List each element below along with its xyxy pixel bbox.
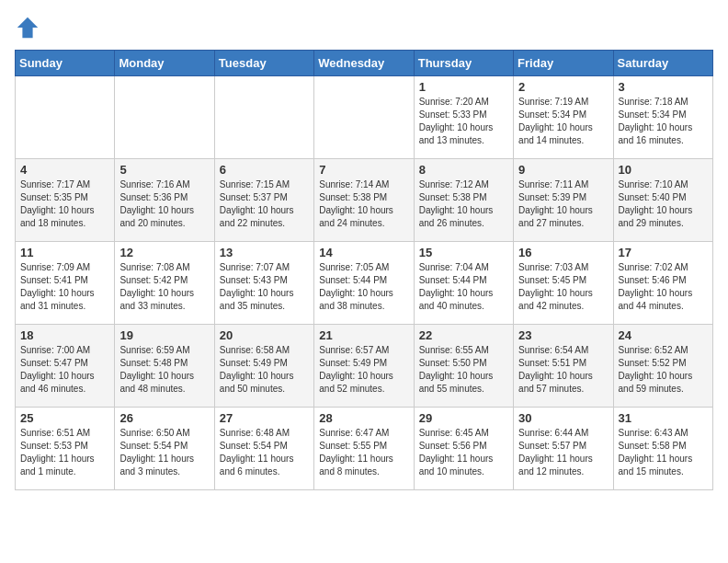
day-header-thursday: Thursday — [414, 51, 513, 76]
day-number: 9 — [518, 163, 608, 177]
week-row-3: 11Sunrise: 7:09 AM Sunset: 5:41 PM Dayli… — [16, 242, 713, 325]
day-info: Sunrise: 7:17 AM Sunset: 5:35 PM Dayligh… — [20, 178, 109, 230]
calendar-cell: 20Sunrise: 6:58 AM Sunset: 5:49 PM Dayli… — [214, 325, 313, 408]
calendar-cell: 15Sunrise: 7:04 AM Sunset: 5:44 PM Dayli… — [414, 242, 513, 325]
day-info: Sunrise: 6:48 AM Sunset: 5:54 PM Dayligh… — [220, 427, 309, 478]
day-number: 23 — [518, 328, 608, 342]
day-number: 13 — [220, 246, 309, 259]
day-number: 17 — [619, 246, 708, 259]
day-number: 14 — [319, 246, 408, 259]
day-info: Sunrise: 7:02 AM Sunset: 5:46 PM Dayligh… — [619, 261, 708, 313]
day-info: Sunrise: 7:15 AM Sunset: 5:37 PM Dayligh… — [220, 178, 309, 230]
day-number: 31 — [619, 411, 708, 425]
calendar-cell: 28Sunrise: 6:47 AM Sunset: 5:55 PM Dayli… — [314, 408, 414, 490]
day-number: 25 — [20, 411, 109, 425]
day-info: Sunrise: 7:16 AM Sunset: 5:36 PM Dayligh… — [119, 178, 209, 230]
week-row-2: 4Sunrise: 7:17 AM Sunset: 5:35 PM Daylig… — [16, 159, 713, 242]
week-row-4: 18Sunrise: 7:00 AM Sunset: 5:47 PM Dayli… — [16, 325, 713, 408]
day-number: 4 — [20, 163, 109, 177]
day-number: 3 — [619, 80, 708, 94]
day-info: Sunrise: 6:44 AM Sunset: 5:57 PM Dayligh… — [518, 427, 608, 478]
day-number: 21 — [319, 328, 408, 342]
day-info: Sunrise: 7:05 AM Sunset: 5:44 PM Dayligh… — [319, 261, 408, 313]
calendar-cell — [214, 76, 313, 159]
calendar-cell: 9Sunrise: 7:11 AM Sunset: 5:39 PM Daylig… — [514, 159, 613, 242]
calendar-cell: 5Sunrise: 7:16 AM Sunset: 5:36 PM Daylig… — [115, 159, 214, 242]
day-number: 22 — [419, 328, 508, 342]
day-info: Sunrise: 7:04 AM Sunset: 5:44 PM Dayligh… — [419, 261, 508, 313]
day-info: Sunrise: 6:50 AM Sunset: 5:54 PM Dayligh… — [119, 427, 209, 478]
calendar-cell: 18Sunrise: 7:00 AM Sunset: 5:47 PM Dayli… — [16, 325, 115, 408]
day-number: 1 — [419, 80, 508, 94]
week-row-1: 1Sunrise: 7:20 AM Sunset: 5:33 PM Daylig… — [16, 76, 713, 159]
day-number: 8 — [419, 163, 508, 177]
day-number: 26 — [119, 411, 209, 425]
calendar-cell: 30Sunrise: 6:44 AM Sunset: 5:57 PM Dayli… — [514, 408, 613, 490]
calendar-cell: 8Sunrise: 7:12 AM Sunset: 5:38 PM Daylig… — [414, 159, 513, 242]
day-number: 28 — [319, 411, 408, 425]
day-info: Sunrise: 7:00 AM Sunset: 5:47 PM Dayligh… — [20, 344, 109, 396]
calendar-cell: 14Sunrise: 7:05 AM Sunset: 5:44 PM Dayli… — [314, 242, 414, 325]
calendar-cell — [16, 76, 115, 159]
day-number: 20 — [220, 328, 309, 342]
calendar-cell — [314, 76, 414, 159]
day-number: 6 — [220, 163, 309, 177]
day-info: Sunrise: 7:09 AM Sunset: 5:41 PM Dayligh… — [20, 261, 109, 313]
calendar-cell: 19Sunrise: 6:59 AM Sunset: 5:48 PM Dayli… — [115, 325, 214, 408]
calendar-cell: 1Sunrise: 7:20 AM Sunset: 5:33 PM Daylig… — [414, 76, 513, 159]
day-number: 29 — [419, 411, 508, 425]
calendar-cell — [115, 76, 214, 159]
day-number: 11 — [20, 246, 109, 259]
day-header-saturday: Saturday — [613, 51, 712, 76]
header-row: SundayMondayTuesdayWednesdayThursdayFrid… — [16, 51, 713, 76]
calendar-cell: 17Sunrise: 7:02 AM Sunset: 5:46 PM Dayli… — [613, 242, 712, 325]
day-number: 2 — [518, 80, 608, 94]
calendar-cell: 31Sunrise: 6:43 AM Sunset: 5:58 PM Dayli… — [613, 408, 712, 490]
calendar-cell: 11Sunrise: 7:09 AM Sunset: 5:41 PM Dayli… — [16, 242, 115, 325]
logo-icon — [15, 15, 40, 40]
day-number: 30 — [518, 411, 608, 425]
day-info: Sunrise: 6:43 AM Sunset: 5:58 PM Dayligh… — [619, 427, 708, 478]
day-info: Sunrise: 7:08 AM Sunset: 5:42 PM Dayligh… — [119, 261, 209, 313]
day-number: 7 — [319, 163, 408, 177]
day-info: Sunrise: 7:18 AM Sunset: 5:34 PM Dayligh… — [619, 96, 708, 147]
day-info: Sunrise: 6:45 AM Sunset: 5:56 PM Dayligh… — [419, 427, 508, 478]
day-info: Sunrise: 7:10 AM Sunset: 5:40 PM Dayligh… — [619, 178, 708, 230]
day-header-monday: Monday — [115, 51, 214, 76]
week-row-5: 25Sunrise: 6:51 AM Sunset: 5:53 PM Dayli… — [16, 408, 713, 490]
calendar-cell: 24Sunrise: 6:52 AM Sunset: 5:52 PM Dayli… — [613, 325, 712, 408]
calendar-cell: 29Sunrise: 6:45 AM Sunset: 5:56 PM Dayli… — [414, 408, 513, 490]
logo — [15, 15, 44, 40]
calendar-cell: 2Sunrise: 7:19 AM Sunset: 5:34 PM Daylig… — [514, 76, 613, 159]
calendar-cell: 13Sunrise: 7:07 AM Sunset: 5:43 PM Dayli… — [214, 242, 313, 325]
day-info: Sunrise: 6:58 AM Sunset: 5:49 PM Dayligh… — [220, 344, 309, 396]
day-number: 27 — [220, 411, 309, 425]
day-number: 16 — [518, 246, 608, 259]
calendar-cell: 22Sunrise: 6:55 AM Sunset: 5:50 PM Dayli… — [414, 325, 513, 408]
calendar-cell: 21Sunrise: 6:57 AM Sunset: 5:49 PM Dayli… — [314, 325, 414, 408]
calendar-table: SundayMondayTuesdayWednesdayThursdayFrid… — [15, 50, 713, 490]
calendar-cell: 12Sunrise: 7:08 AM Sunset: 5:42 PM Dayli… — [115, 242, 214, 325]
day-header-sunday: Sunday — [16, 51, 115, 76]
day-header-wednesday: Wednesday — [314, 51, 414, 76]
day-number: 5 — [119, 163, 209, 177]
calendar-cell: 3Sunrise: 7:18 AM Sunset: 5:34 PM Daylig… — [613, 76, 712, 159]
day-info: Sunrise: 7:20 AM Sunset: 5:33 PM Dayligh… — [419, 96, 508, 147]
day-info: Sunrise: 6:51 AM Sunset: 5:53 PM Dayligh… — [20, 427, 109, 478]
day-header-tuesday: Tuesday — [214, 51, 313, 76]
day-info: Sunrise: 7:11 AM Sunset: 5:39 PM Dayligh… — [518, 178, 608, 230]
day-info: Sunrise: 7:07 AM Sunset: 5:43 PM Dayligh… — [220, 261, 309, 313]
day-number: 19 — [119, 328, 209, 342]
day-info: Sunrise: 6:55 AM Sunset: 5:50 PM Dayligh… — [419, 344, 508, 396]
day-info: Sunrise: 6:57 AM Sunset: 5:49 PM Dayligh… — [319, 344, 408, 396]
calendar-cell: 10Sunrise: 7:10 AM Sunset: 5:40 PM Dayli… — [613, 159, 712, 242]
day-number: 15 — [419, 246, 508, 259]
day-number: 10 — [619, 163, 708, 177]
day-info: Sunrise: 6:47 AM Sunset: 5:55 PM Dayligh… — [319, 427, 408, 478]
day-info: Sunrise: 7:14 AM Sunset: 5:38 PM Dayligh… — [319, 178, 408, 230]
calendar-cell: 23Sunrise: 6:54 AM Sunset: 5:51 PM Dayli… — [514, 325, 613, 408]
calendar-cell: 6Sunrise: 7:15 AM Sunset: 5:37 PM Daylig… — [214, 159, 313, 242]
day-info: Sunrise: 6:59 AM Sunset: 5:48 PM Dayligh… — [119, 344, 209, 396]
page-header — [15, 15, 713, 40]
calendar-cell: 26Sunrise: 6:50 AM Sunset: 5:54 PM Dayli… — [115, 408, 214, 490]
